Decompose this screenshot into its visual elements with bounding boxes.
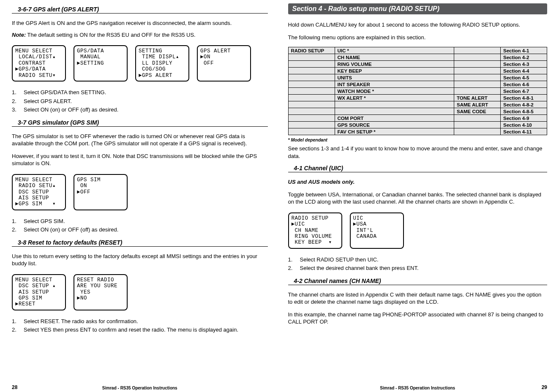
lcd-screen: MENU SELECT RADIO SETU▴ DSC SETUP AIS SE… <box>12 174 66 210</box>
lcd-screen: MENU SELECT LOCAL/DIST▴ CONTRAST ►GPS/DA… <box>12 45 66 82</box>
body-text: However, if you want to test it, turn it… <box>12 152 268 167</box>
table-cell: CH NAME <box>335 54 454 61</box>
table-cell <box>454 54 501 61</box>
step-item: Select GPS SIM. <box>12 218 268 225</box>
table-cell <box>288 88 335 95</box>
table-cell: INT SPEAKER <box>335 81 454 88</box>
heading-3-8: 3-8 Reset to factory defaults (RESET) <box>12 239 268 247</box>
steps-list: Select RADIO SETUP then UIC. Select the … <box>288 255 548 273</box>
table-cell: Section 4-8-5 <box>501 108 547 115</box>
table-cell <box>454 122 501 128</box>
heading-3-7: 3-7 GPS simulator (GPS SIM) <box>12 119 268 127</box>
table-cell: Section 4-1 <box>501 47 547 54</box>
page-footer: Simrad - RS35 Operation Instructions 29 <box>288 382 548 390</box>
lcd-row-4: RADIO SETUP ►UIC CH NAME RING VOLUME KEY… <box>288 212 548 249</box>
table-cell: SAME ALERT <box>454 101 501 108</box>
body-text: The channel charts are listed in Appendi… <box>288 291 548 306</box>
table-cell: Section 4-8-2 <box>501 101 547 108</box>
table-cell: UNITS <box>335 74 454 81</box>
table-cell <box>288 101 335 108</box>
table-cell: SAME CODE <box>454 108 501 115</box>
model-note: US and AUS models only. <box>288 178 548 186</box>
table-cell <box>454 47 501 54</box>
table-cell <box>288 115 335 122</box>
table-cell: GPS SOURCE <box>335 122 454 128</box>
page-number: 29 <box>537 384 547 390</box>
table-cell: Section 4-2 <box>501 54 547 61</box>
table-cell: WATCH MODE * <box>335 88 454 95</box>
steps-list: Select RESET. The radio asks for confirm… <box>12 316 268 335</box>
body-text: Use this to return every setting to the … <box>12 253 268 267</box>
table-cell: Section 4-10 <box>501 122 547 128</box>
table-cell <box>454 61 501 68</box>
table-cell: RING VOLUME <box>335 61 454 68</box>
body-text: The following menu options are explained… <box>288 34 548 41</box>
table-cell: Section 4-6 <box>501 81 547 88</box>
page-number: 28 <box>12 384 22 390</box>
step-item: Select YES then press ENT to confirm and… <box>12 326 268 334</box>
body-text: If the GPS Alert is ON and the GPS navig… <box>12 19 268 27</box>
table-cell <box>288 68 335 74</box>
table-cell: FAV CH SETUP * <box>335 128 454 135</box>
table-cell <box>288 108 335 115</box>
step-item: Select the desired channel bank then pre… <box>288 264 548 272</box>
lcd-row-2: MENU SELECT RADIO SETU▴ DSC SETUP AIS SE… <box>12 174 268 210</box>
step-item: Select GPS ALERT. <box>12 98 268 105</box>
footer-center: Simrad - RS35 Operation Instructions <box>22 386 258 390</box>
heading-4-1: 4-1 Channel (UIC) <box>288 165 548 172</box>
model-dependant-note: * Model dependant <box>288 137 548 142</box>
note-line: Note: The default setting is ON for the … <box>12 31 268 39</box>
lcd-screen: UIC ►USA INT'L CANADA <box>350 212 404 249</box>
table-cell: RADIO SETUP <box>288 47 335 54</box>
page-left: 3-6-7 GPS alert (GPS ALERT) If the GPS A… <box>0 0 280 392</box>
step-item: Select ON (on) or OFF (off) as desired. <box>12 106 268 114</box>
lcd-screen: GPS SIM ON ►OFF <box>74 174 128 210</box>
table-cell <box>288 128 335 135</box>
table-cell: TONE ALERT <box>454 95 501 101</box>
table-cell <box>288 61 335 68</box>
table-cell <box>454 128 501 135</box>
lcd-row-1: MENU SELECT LOCAL/DIST▴ CONTRAST ►GPS/DA… <box>12 45 268 82</box>
step-item: Select RADIO SETUP then UIC. <box>288 256 548 264</box>
note-body: The default setting is ON for the RS35 E… <box>26 32 196 38</box>
table-cell <box>288 74 335 81</box>
table-cell <box>288 54 335 61</box>
lcd-screen: RESET RADIO ARE YOU SURE YES ►NO <box>74 274 128 310</box>
step-item: Select GPS/DATA then SETTING. <box>12 89 268 96</box>
body-text: Toggle between USA, International, or Ca… <box>288 191 548 206</box>
body-text: In this example, the channel name tag PH… <box>288 311 548 326</box>
table-cell <box>288 122 335 128</box>
body-text: The GPS simulator is set to OFF whenever… <box>12 133 268 147</box>
lcd-screen: SETTING TIME DISPL▴ LL DISPLY COG/SOG ►G… <box>135 45 189 82</box>
table-cell: Section 4-3 <box>501 61 547 68</box>
table-cell: COM PORT <box>335 115 454 122</box>
step-item: Select RESET. The radio asks for confirm… <box>12 318 268 325</box>
steps-list: Select GPS SIM. Select ON (on) or OFF (o… <box>12 216 268 235</box>
table-cell: Section 4-5 <box>501 74 547 81</box>
body-text: See sections 1-3 and 1-4 if you want to … <box>288 145 548 160</box>
table-cell: Section 4-8-1 <box>501 95 547 101</box>
table-cell <box>454 88 501 95</box>
body-text: Hold down CALL/MENU key for about 1 seco… <box>288 21 548 29</box>
table-cell: UIC * <box>335 47 454 54</box>
table-cell <box>335 108 454 115</box>
section-4-title: Section 4 - Radio setup menu (RADIO SETU… <box>288 3 548 14</box>
table-cell <box>288 81 335 88</box>
table-cell: Section 4-7 <box>501 88 547 95</box>
lcd-screen: GPS ALERT ►ON OFF <box>197 45 251 82</box>
table-cell <box>454 81 501 88</box>
lcd-screen: RADIO SETUP ►UIC CH NAME RING VOLUME KEY… <box>288 212 342 249</box>
heading-3-6-7: 3-6-7 GPS alert (GPS ALERT) <box>12 6 268 14</box>
table-cell <box>288 95 335 101</box>
page-footer: 28 Simrad - RS35 Operation Instructions <box>12 382 268 390</box>
table-cell <box>454 115 501 122</box>
lcd-screen: GPS/DATA MANUAL ►SETTING <box>74 45 128 82</box>
radio-setup-table: RADIO SETUPUIC *Section 4-1CH NAMESectio… <box>288 47 548 135</box>
lcd-screen: MENU SELECT DSC SETUP ▴ AIS SETUP GPS SI… <box>12 274 66 310</box>
table-cell <box>335 101 454 108</box>
page-right: Section 4 - Radio setup menu (RADIO SETU… <box>280 0 559 392</box>
steps-list: Select GPS/DATA then SETTING. Select GPS… <box>12 87 268 115</box>
footer-center: Simrad - RS35 Operation Instructions <box>298 386 537 390</box>
table-cell: Section 4-11 <box>501 128 547 135</box>
lcd-row-3: MENU SELECT DSC SETUP ▴ AIS SETUP GPS SI… <box>12 274 268 310</box>
